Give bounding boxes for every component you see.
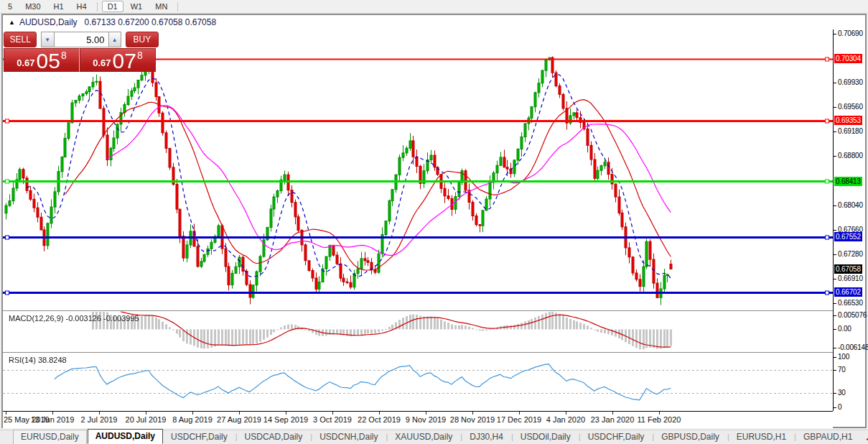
price-level-label: 0.70304 [834, 54, 862, 63]
time-tick-mark [99, 412, 100, 415]
toolbar-separator [97, 2, 98, 11]
macd-tick-mark [834, 348, 836, 348]
timeframe-button-m30[interactable]: M30 [19, 1, 46, 12]
volume-input[interactable] [55, 32, 108, 47]
macd-indicator-label: MACD(12,26,9) -0.003126 -0.003995 [9, 314, 139, 323]
tab-eurusd-h1[interactable]: EURUSD,H1 [729, 430, 793, 444]
price-level-label: 0.67058 [834, 264, 862, 274]
time-tick-label: 11 Feb 2020 [638, 415, 681, 424]
buy-price-pip-digit: 8 [137, 50, 143, 61]
time-tick-mark [239, 412, 240, 415]
timeframe-button-w1[interactable]: W1 [125, 1, 149, 12]
rsi-tick-mark [834, 357, 836, 358]
timeframe-button-h1[interactable]: H1 [48, 1, 70, 12]
price-tick-label: 0.66530 [838, 299, 863, 307]
rsi-indicator-label: RSI(14) 38.8248 [9, 356, 67, 364]
time-tick-mark [472, 412, 473, 415]
price-tick-label: 0.69560 [838, 103, 863, 111]
price-tick-label: 0.68040 [838, 201, 863, 209]
price-level-label: 0.69353 [834, 116, 862, 125]
tab-eurusd-daily[interactable]: EURUSD,Daily [13, 430, 87, 444]
spacer [121, 32, 126, 47]
price-level-label: 0.67552 [834, 232, 862, 241]
time-tick-mark [426, 412, 426, 415]
price-tick-mark [834, 131, 836, 132]
time-tick-label: 2 Jul 2019 [81, 415, 118, 424]
time-tick-label: 4 Jan 2020 [546, 415, 585, 424]
tab-usdoil-daily[interactable]: USDOil,Daily [513, 430, 578, 444]
price-level-label: 0.66702 [834, 287, 862, 297]
macd-tick-mark [834, 315, 836, 316]
time-tick-label: 27 Aug 2019 [217, 415, 261, 424]
buy-price-display[interactable]: 0.67 07 8 [80, 48, 156, 72]
buy-price-big-digits: 07 [113, 50, 136, 71]
price-tick-mark [834, 34, 836, 34]
price-level-label: 0.68413 [834, 177, 862, 186]
timeframe-button-5[interactable]: 5 [2, 1, 18, 12]
rsi-tick-label: 70 [838, 366, 846, 374]
timeframe-button-h4[interactable]: H4 [71, 1, 93, 12]
timeframe-button-mn[interactable]: MN [149, 1, 173, 12]
price-tick-mark [834, 254, 836, 255]
time-tick-mark [286, 412, 286, 415]
buy-button[interactable]: BUY [126, 32, 159, 47]
sell-price-display[interactable]: 0.67 05 8 [4, 48, 80, 72]
tab-usdchf-daily[interactable]: USDCHF,Daily [164, 430, 235, 444]
tab-gbpaud-h1[interactable]: GBPAUD,H1 [796, 430, 859, 444]
chart-tab-bar: EURUSD,DailyAUDUSD,DailyUSDCHF,Daily|USD… [0, 430, 868, 444]
one-click-trading-panel: SELL ▼ ▲ BUY 0.67 05 8 0.67 07 8 [4, 32, 159, 72]
tab-usdcad-daily[interactable]: USDCAD,Daily [238, 430, 310, 444]
collapse-panel-icon[interactable]: ▲ [9, 19, 15, 26]
trading-terminal: 5M30H1H4D1W1MN ▲ AUDUSD,Daily 0.67133 0.… [0, 0, 868, 444]
tab-usdchf-daily-2[interactable]: USDCHF,Daily [581, 430, 652, 444]
tab-scroll-left-icon[interactable]: ◄ [860, 435, 868, 443]
tab-xauusd-daily[interactable]: XAUUSD,Daily [388, 430, 459, 444]
time-tick-label: 9 Nov 2019 [406, 415, 446, 424]
time-axis[interactable]: 25 May 201913 Jun 20192 Jul 201920 Jul 2… [3, 411, 833, 428]
tab-audusd-daily[interactable]: AUDUSD,Daily [88, 429, 163, 444]
rsi-tick-label: 30 [838, 389, 846, 397]
tab-dj30-h4[interactable]: DJ30,H4 [462, 430, 510, 444]
tab-usdcnh-daily[interactable]: USDCNH,Daily [312, 430, 385, 444]
price-tick-mark [834, 107, 836, 108]
toolbar-separator [177, 2, 178, 11]
volume-increase-button[interactable]: ▲ [108, 32, 121, 47]
time-tick-label: 8 Aug 2019 [172, 415, 213, 424]
price-tick-mark [834, 279, 836, 279]
macd-tick-mark [834, 329, 836, 330]
time-tick-mark [612, 412, 613, 415]
time-tick-mark [146, 412, 146, 415]
time-tick-label: 3 Oct 2019 [313, 415, 352, 424]
sell-price-prefix: 0.67 [17, 57, 34, 68]
rsi-tick-mark [834, 370, 836, 371]
price-tick-label: 0.67280 [838, 250, 863, 258]
time-tick-label: 23 Jan 2020 [591, 415, 635, 424]
price-tick-mark [834, 230, 836, 231]
volume-decrease-button[interactable]: ▼ [41, 32, 54, 47]
rsi-tick-label: 0 [838, 403, 841, 411]
chart-ohlc-values: 0.67133 0.67200 0.67058 0.67058 [85, 17, 217, 27]
price-tick-label: 0.66910 [838, 274, 863, 282]
buy-price-prefix: 0.67 [93, 57, 111, 68]
rsi-tick-label: 100 [838, 353, 849, 361]
chart-canvas[interactable] [3, 29, 833, 411]
price-tick-mark [834, 205, 836, 206]
price-tick-mark [834, 83, 836, 83]
chart-title-bar: ▲ AUDUSD,Daily 0.67133 0.67200 0.67058 0… [3, 15, 833, 29]
timeframe-button-d1[interactable]: D1 [102, 1, 123, 12]
macd-tick-label: 0.00 [838, 325, 851, 333]
price-tick-mark [834, 303, 836, 304]
tab-gbpusd-daily[interactable]: GBPUSD,Daily [654, 430, 727, 444]
price-axis[interactable]: 0.706900.699300.695600.691800.688000.680… [833, 29, 864, 411]
time-tick-label: 20 Jul 2019 [126, 415, 167, 424]
macd-tick-label: 0.005076 [838, 311, 867, 319]
time-tick-label: 14 Sep 2019 [263, 415, 308, 424]
time-tick-mark [566, 412, 566, 415]
sell-button[interactable]: SELL [4, 32, 37, 47]
time-tick-mark [332, 412, 333, 415]
time-tick-mark [6, 412, 6, 415]
time-tick-mark [519, 412, 520, 415]
macd-tick-label: -0.006148 [838, 343, 868, 351]
price-tick-label: 0.69930 [838, 78, 863, 86]
timeframe-toolbar: 5M30H1H4D1W1MN [0, 0, 868, 14]
